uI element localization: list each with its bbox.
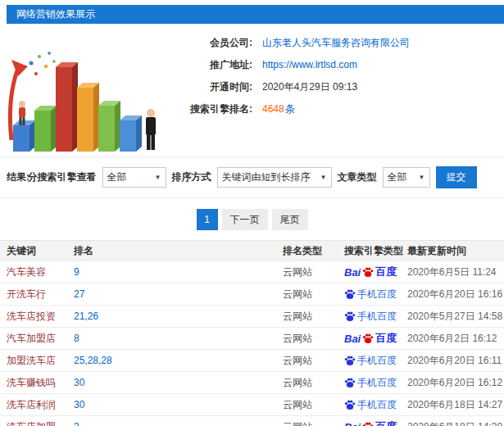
rank-type-cell: 云网站 bbox=[283, 398, 344, 412]
rank-cell[interactable]: 27 bbox=[74, 288, 283, 300]
results-table: 关键词 排名 排名类型 搜索引擎类型 最新更新时间 汽车美容 9 云网站 Bai… bbox=[0, 240, 504, 426]
mobile-baidu-logo: 手机百度 bbox=[344, 310, 407, 324]
baidu-latin-text: Bai bbox=[344, 333, 361, 345]
keyword-cell: 汽车加盟店 bbox=[7, 332, 74, 346]
update-time-cell: 2020年6月20日 16:16 bbox=[407, 288, 504, 301]
mobile-baidu-text: 手机百度 bbox=[357, 354, 397, 368]
keyword-cell: 洗车店加盟 bbox=[7, 420, 74, 426]
header-engine-type: 搜索引擎类型 bbox=[344, 244, 407, 258]
rank-cell[interactable]: 21,26 bbox=[74, 310, 283, 322]
baidu-paw-icon bbox=[362, 266, 374, 278]
table-row: 洗车店投资 21,26 云网站 手机百度 2020年5月27日 14:58 bbox=[0, 306, 504, 328]
engine-select[interactable]: 全部 ▼ bbox=[102, 167, 166, 188]
header-keyword: 关键词 bbox=[7, 244, 74, 258]
keyword-cell: 开洗车行 bbox=[7, 288, 74, 301]
mobile-baidu-logo: 手机百度 bbox=[344, 398, 407, 412]
mobile-baidu-paw-icon bbox=[344, 310, 356, 322]
mobile-baidu-text: 手机百度 bbox=[357, 398, 397, 412]
filter-bar: 结果: 分搜索引擎查看 全部 ▼ 排序方式 关键词由短到长排序 ▼ 文章类型 全… bbox=[0, 157, 504, 198]
submit-button[interactable]: 提交 bbox=[436, 166, 477, 188]
company-label: 会员公司: bbox=[164, 35, 252, 50]
sort-select-value: 关键词由短到长排序 bbox=[222, 170, 311, 184]
mobile-baidu-paw-icon bbox=[344, 355, 356, 366]
mobile-baidu-text: 手机百度 bbox=[357, 310, 397, 324]
rank-count-unit: 条 bbox=[285, 102, 295, 116]
mobile-baidu-logo: 手机百度 bbox=[344, 354, 407, 368]
chevron-down-icon: ▼ bbox=[320, 174, 327, 181]
rank-cell[interactable]: 25,28,28 bbox=[74, 355, 283, 366]
sort-select[interactable]: 关键词由短到长排序 ▼ bbox=[217, 167, 332, 188]
engine-select-value: 全部 bbox=[107, 170, 127, 184]
article-type-select[interactable]: 全部 ▼ bbox=[383, 167, 430, 188]
rank-type-cell: 云网站 bbox=[283, 310, 344, 324]
header-rank-type: 排名类型 bbox=[283, 244, 344, 258]
mobile-baidu-paw-icon bbox=[344, 399, 356, 410]
table-row: 加盟洗车店 25,28,28 云网站 手机百度 2020年6月20日 16:11 bbox=[0, 350, 504, 372]
table-row: 洗车店利润 30 云网站 手机百度 2020年6月18日 14:27 bbox=[0, 394, 504, 416]
mobile-baidu-text: 手机百度 bbox=[357, 376, 397, 390]
baidu-latin-text: Bai bbox=[344, 421, 361, 426]
table-row: 开洗车行 27 云网站 手机百度 2020年6月20日 16:16 bbox=[0, 283, 504, 306]
url-label: 推广地址: bbox=[164, 57, 252, 72]
rank-type-cell: 云网站 bbox=[283, 354, 344, 368]
promotion-url-link[interactable]: https://www.lrtlsd.com bbox=[262, 57, 357, 72]
update-time-cell: 2020年6月20日 16:11 bbox=[407, 354, 504, 368]
mobile-baidu-logo: 手机百度 bbox=[344, 376, 407, 390]
info-row-opened: 开通时间: 2020年4月29日 09:13 bbox=[164, 79, 504, 94]
baidu-cn-text: 百度 bbox=[375, 419, 397, 426]
company-value-link[interactable]: 山东老人头汽车服务咨询有限公司 bbox=[262, 35, 410, 50]
rank-cell[interactable]: 9 bbox=[74, 266, 283, 278]
baidu-cn-text: 百度 bbox=[375, 331, 397, 346]
table-row: 洗车赚钱吗 30 云网站 手机百度 2020年6月20日 16:12 bbox=[0, 372, 504, 394]
opened-label: 开通时间: bbox=[164, 79, 252, 94]
page-1-button[interactable]: 1 bbox=[197, 209, 218, 230]
update-time-cell: 2020年6月5日 11:24 bbox=[407, 265, 504, 279]
update-time-cell: 2020年5月27日 14:58 bbox=[407, 310, 504, 324]
rank-type-cell: 云网站 bbox=[283, 265, 344, 279]
keyword-cell: 汽车美容 bbox=[7, 265, 74, 279]
update-time-cell: 2020年6月18日 14:30 bbox=[407, 420, 504, 426]
member-info-panel: 会员公司: 山东老人头汽车服务咨询有限公司 推广地址: https://www.… bbox=[0, 24, 504, 157]
table-row: 洗车店加盟 3 云网站 Bai 百度 2020年6月18日 14:30 bbox=[0, 416, 504, 426]
rank-count-label: 搜索引擎排名: bbox=[164, 102, 252, 116]
mobile-baidu-paw-icon bbox=[344, 288, 356, 300]
baidu-logo: Bai 百度 bbox=[344, 419, 407, 426]
mobile-baidu-logo: 手机百度 bbox=[344, 288, 407, 301]
rank-cell[interactable]: 30 bbox=[74, 399, 283, 410]
update-time-cell: 2020年6月18日 14:27 bbox=[407, 398, 504, 412]
header-rank: 排名 bbox=[74, 244, 283, 258]
next-page-button[interactable]: 下一页 bbox=[222, 209, 268, 230]
rank-type-cell: 云网站 bbox=[283, 288, 344, 301]
rank-type-cell: 云网站 bbox=[283, 332, 344, 346]
mobile-baidu-text: 手机百度 bbox=[357, 288, 397, 301]
mobile-baidu-paw-icon bbox=[344, 377, 356, 388]
baidu-logo: Bai 百度 bbox=[344, 331, 407, 346]
update-time-cell: 2020年6月20日 16:12 bbox=[407, 376, 504, 390]
baidu-paw-icon bbox=[362, 333, 374, 344]
type-filter-label: 文章类型 bbox=[338, 170, 377, 184]
table-row: 汽车加盟店 8 云网站 Bai 百度 2020年6月2日 16:12 bbox=[0, 328, 504, 350]
rank-type-cell: 云网站 bbox=[283, 420, 344, 426]
table-header-row: 关键词 排名 排名类型 搜索引擎类型 最新更新时间 bbox=[0, 240, 504, 261]
pagination: 1 下一页 尾页 bbox=[0, 198, 504, 240]
bar-chart-illustration bbox=[0, 29, 164, 153]
sort-filter-label: 排序方式 bbox=[172, 170, 211, 184]
baidu-paw-icon bbox=[362, 421, 374, 426]
baidu-latin-text: Bai bbox=[344, 266, 361, 279]
last-page-button[interactable]: 尾页 bbox=[272, 209, 308, 230]
rank-cell[interactable]: 8 bbox=[74, 333, 283, 344]
info-row-rank-count: 搜索引擎排名: 4648 条 bbox=[164, 102, 504, 116]
type-select-value: 全部 bbox=[388, 170, 407, 184]
keyword-cell: 洗车赚钱吗 bbox=[7, 376, 74, 390]
rank-cell[interactable]: 30 bbox=[74, 377, 283, 388]
member-info-rows: 会员公司: 山东老人头汽车服务咨询有限公司 推广地址: https://www.… bbox=[164, 29, 504, 153]
chevron-down-icon: ▼ bbox=[155, 174, 161, 181]
table-row: 汽车美容 9 云网站 Bai 百度 2020年6月5日 11:24 bbox=[0, 261, 504, 283]
info-row-company: 会员公司: 山东老人头汽车服务咨询有限公司 bbox=[164, 35, 504, 50]
baidu-logo: Bai 百度 bbox=[344, 265, 407, 279]
rank-cell[interactable]: 3 bbox=[74, 421, 283, 426]
rank-count-value: 4648 bbox=[262, 102, 284, 116]
update-time-cell: 2020年6月2日 16:12 bbox=[407, 332, 504, 346]
opened-value: 2020年4月29日 09:13 bbox=[262, 79, 357, 94]
page-title-bar: 网络营销效果展示 bbox=[7, 5, 504, 24]
